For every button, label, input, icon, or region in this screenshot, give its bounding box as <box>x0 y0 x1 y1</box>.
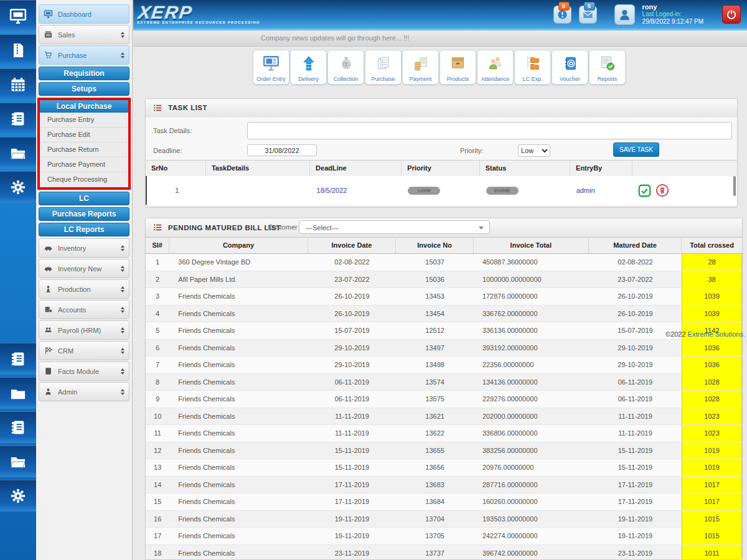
sidebar-item-accounts[interactable]: Accounts <box>39 300 129 319</box>
monitor-icon <box>44 9 53 19</box>
bill-cell-in: 13453 <box>396 292 474 300</box>
deadline-input[interactable] <box>247 144 317 156</box>
task-details-input[interactable] <box>247 122 732 139</box>
task-scrollbar-thumb[interactable] <box>733 176 736 196</box>
sidebar-section-lc-reports[interactable]: LC Reports <box>39 223 129 236</box>
task-priority-cell: LOW <box>402 186 480 195</box>
toolbar-lc-exp-button[interactable]: LC Exp. <box>514 50 551 85</box>
bill-cell-sl: 11 <box>146 429 169 437</box>
rail-calendar-icon[interactable] <box>0 68 36 100</box>
bill-cell-id: 23-11-2019 <box>308 549 397 557</box>
bill-table-row: 6Friends Chemicals29-10-201913497393192.… <box>146 340 742 357</box>
rail-gear-icon[interactable] <box>0 480 36 511</box>
toolbar-products-button[interactable]: Products <box>439 50 476 85</box>
sidebar-section-setups[interactable]: Setups <box>39 82 129 96</box>
sidebar-item-purchase[interactable]: Purchase <box>39 45 129 65</box>
complete-check-icon[interactable] <box>638 184 651 197</box>
rail-folder-icon[interactable] <box>0 446 36 477</box>
last-login-value: 29/8/2022 9:12:47 PM <box>642 18 703 26</box>
sidebar-item-purchase-edit[interactable]: Purchase Edit <box>40 128 128 142</box>
bill-cell-co: Friends Chemicals <box>169 481 308 488</box>
bill-cell-days: 1015 <box>682 511 742 528</box>
toolbar-voucher-button[interactable]: Voucher <box>552 50 588 85</box>
bill-table-row: 13Friends Chemicals15-11-20191365620976.… <box>146 459 742 477</box>
user-name: rony <box>642 3 703 11</box>
logo-title: XERP <box>138 4 263 21</box>
toolbar-collection-button[interactable]: Collection <box>327 50 364 85</box>
top-header: XERP EXTREME ENTERPRISE RECOURCES PROCES… <box>133 0 747 30</box>
rail-notebook-icon[interactable] <box>0 411 36 443</box>
sidebar-item-facts-module[interactable]: Facts Module <box>39 362 129 381</box>
bill-cell-it: 450887.36000000 <box>474 258 589 266</box>
toolbar-reports-button[interactable]: Reports <box>589 50 626 85</box>
sidebar-item-sales[interactable]: Sales <box>39 25 129 44</box>
flag-icon <box>44 346 53 355</box>
bill-cell-in: 15036 <box>396 276 474 283</box>
car-icon <box>44 243 53 253</box>
cart-icon <box>44 50 53 60</box>
bill-cell-co: Friends Chemicals <box>169 532 308 539</box>
toolbar-attendance-button[interactable]: Attendance <box>477 50 514 85</box>
sidebar-item-dashboard[interactable]: Dashboard <box>39 4 129 24</box>
bill-cell-in: 13621 <box>396 413 474 420</box>
bill-cell-days: 1039 <box>682 288 742 305</box>
bill-cell-it: 202000.00000000 <box>474 413 589 420</box>
bill-cell-md: 17-11-2019 <box>589 481 682 488</box>
toolbar-delivery-button[interactable]: Delivery <box>290 50 327 85</box>
bill-cell-id: 19-11-2019 <box>308 532 397 539</box>
sidebar-section-local-purchase[interactable]: Local Purchase <box>40 100 128 113</box>
sidebar-item-production[interactable]: Production <box>39 279 129 299</box>
priority-select[interactable]: Low <box>518 144 550 157</box>
bill-cell-co: Friends Chemicals <box>169 292 308 300</box>
toolbar-order-entry-button[interactable]: Order Entry <box>253 50 289 85</box>
bill-cell-in: 13737 <box>396 549 474 557</box>
sidebar-item-label: Admin <box>58 388 116 396</box>
sidebar-item-inventory-new[interactable]: Inventory New <box>39 259 129 278</box>
user-avatar[interactable] <box>614 4 635 25</box>
alerts-button[interactable]: 0 <box>553 6 571 24</box>
rail-notebook-icon[interactable] <box>0 103 36 134</box>
messages-button[interactable]: 5 <box>579 6 597 24</box>
bill-table-header: Sl#CompanyInvoice DateInvoice NoInvoice … <box>146 237 742 254</box>
bill-cell-in: 13655 <box>396 447 474 454</box>
toolbar-payment-button[interactable]: Payment <box>402 50 439 85</box>
sidebar-item-purchase-entry[interactable]: Purchase Entry <box>40 113 128 128</box>
sidebar-item-label: Accounts <box>58 306 116 314</box>
expand-arrows-icon <box>121 327 125 334</box>
toolbar-purchase-button[interactable]: Purchase <box>365 50 402 85</box>
save-task-button[interactable]: SAVE TASK <box>613 142 659 157</box>
company-link[interactable]: Extreme Solutions. <box>688 330 745 338</box>
sidebar-item-inventory[interactable]: Inventory <box>39 238 129 258</box>
bill-cell-md: 29-10-2019 <box>589 361 682 368</box>
documents-icon <box>375 50 392 76</box>
sidebar-item-crm[interactable]: CRM <box>39 341 129 360</box>
sidebar-item-cheque-processing[interactable]: Cheque Processing <box>40 172 128 187</box>
task-list-header: TASK LIST <box>146 99 737 117</box>
sidebar-item-payroll[interactable]: Payroll (HRM) <box>39 320 129 340</box>
bill-cell-sl: 3 <box>146 292 169 300</box>
rail-zip-document-icon[interactable] <box>0 34 36 66</box>
money-bag-icon <box>338 50 354 76</box>
logout-power-button[interactable] <box>722 5 741 24</box>
rail-folder-icon[interactable] <box>0 377 36 409</box>
bill-cell-days: 38 <box>682 271 742 288</box>
sidebar-section-requisition[interactable]: Requisition <box>39 67 129 80</box>
sidebar-section-purchase-reports[interactable]: Purchase Reports <box>39 207 129 221</box>
bill-column-header: Matured Date <box>589 238 682 253</box>
sidebar-item-admin[interactable]: Admin <box>39 382 129 401</box>
sidebar-section-lc[interactable]: LC <box>39 192 129 205</box>
sidebar-item-purchase-return[interactable]: Purchase Return <box>40 142 128 157</box>
rail-notebook-icon[interactable] <box>0 343 36 375</box>
rail-folder-icon[interactable] <box>0 137 36 169</box>
rail-monitor-icon[interactable] <box>0 0 36 32</box>
bill-cell-sl: 1 <box>146 258 169 266</box>
sidebar-item-purchase-payment[interactable]: Purchase Payment <box>40 157 128 172</box>
rail-gear-icon[interactable] <box>0 171 36 203</box>
column-header-taskdetails: TaskDetails <box>206 161 310 176</box>
delete-trash-icon[interactable] <box>655 184 669 197</box>
sidebar-item-label: Purchase <box>58 52 116 59</box>
customer-select[interactable]: ---Select--- <box>299 220 490 234</box>
bill-cell-co: Friends Chemicals <box>169 447 308 454</box>
bill-cell-id: 17-11-2019 <box>308 481 397 488</box>
bill-cell-days: 1028 <box>682 374 742 391</box>
